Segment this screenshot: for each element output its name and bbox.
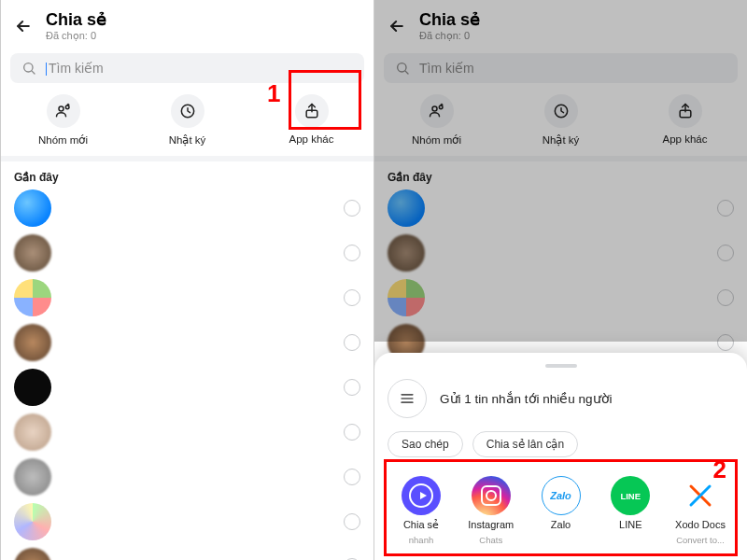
annotation-box-1	[289, 70, 361, 130]
multi-send-label: Gửi 1 tin nhắn tới nhiều người	[440, 391, 613, 406]
back-icon[interactable]	[14, 17, 33, 35]
action-label: Nhóm mới	[412, 133, 461, 147]
search-input[interactable]: Tìm kiếm	[384, 53, 738, 83]
action-label: Nhóm mới	[38, 133, 88, 147]
chip-row: Sao chép Chia sẻ lân cận	[388, 431, 734, 457]
radio[interactable]	[717, 245, 734, 261]
page-title: Chia sẻ	[419, 9, 480, 30]
radio[interactable]	[344, 513, 360, 530]
chip-copy[interactable]: Sao chép	[388, 431, 463, 457]
clock-icon	[171, 94, 204, 128]
radio[interactable]	[344, 424, 360, 441]
chip-nearby[interactable]: Chia sẻ lân cận	[472, 431, 578, 457]
list-item[interactable]	[14, 503, 360, 540]
action-new-group[interactable]: Nhóm mới	[374, 94, 499, 147]
search-icon	[21, 61, 36, 76]
avatar	[14, 413, 51, 451]
avatar	[14, 279, 51, 316]
radio[interactable]	[717, 289, 734, 306]
sheet-handle[interactable]	[545, 364, 577, 368]
avatar	[14, 324, 51, 361]
action-label: App khác	[289, 133, 334, 145]
radio[interactable]	[717, 334, 734, 351]
section-recent: Gần đây	[1, 161, 374, 189]
list-item[interactable]	[14, 279, 360, 316]
list-item[interactable]	[14, 234, 360, 272]
radio[interactable]	[344, 469, 360, 485]
avatar	[388, 234, 425, 272]
svg-point-1	[59, 106, 63, 111]
list-item[interactable]	[388, 234, 734, 272]
list-icon	[388, 379, 427, 418]
left-screenshot: Chia sẻ Đã chọn: 0 Tìm kiếm Nhóm mới Nhậ…	[0, 0, 374, 560]
avatar	[14, 189, 51, 227]
list-item[interactable]	[14, 189, 360, 227]
action-new-group[interactable]: Nhóm mới	[1, 94, 125, 147]
section-recent: Gần đây	[374, 161, 747, 189]
list-item[interactable]	[14, 324, 360, 361]
group-add-icon	[47, 94, 80, 128]
action-diary[interactable]: Nhật ký	[499, 94, 623, 147]
selected-count: Đã chọn: 0	[419, 30, 480, 42]
svg-point-6	[432, 106, 437, 111]
avatar	[14, 234, 51, 272]
page-title: Chia sẻ	[46, 9, 106, 30]
search-placeholder: Tìm kiếm	[419, 61, 726, 76]
action-label: Nhật ký	[543, 133, 580, 147]
radio[interactable]	[344, 334, 360, 351]
avatar	[388, 189, 425, 227]
action-label: Nhật ký	[169, 133, 206, 147]
multi-send-row[interactable]: Gửi 1 tin nhắn tới nhiều người	[388, 379, 734, 418]
svg-point-5	[398, 63, 406, 72]
radio[interactable]	[344, 200, 360, 217]
avatar	[14, 458, 51, 496]
action-diary[interactable]: Nhật ký	[125, 94, 249, 147]
header: Chia sẻ Đã chọn: 0	[374, 0, 747, 48]
actions-row: Nhóm mới Nhật ký App khác	[374, 89, 747, 161]
share-up-icon	[669, 94, 702, 128]
list-item[interactable]	[14, 548, 360, 560]
radio[interactable]	[344, 379, 360, 396]
annotation-box-2	[384, 459, 738, 556]
list-item[interactable]	[388, 279, 734, 316]
selected-count: Đã chọn: 0	[46, 30, 106, 42]
list-item[interactable]	[14, 458, 360, 496]
action-label: App khác	[663, 133, 708, 145]
recent-list	[1, 189, 374, 560]
avatar	[388, 279, 425, 316]
header: Chia sẻ Đã chọn: 0	[1, 0, 374, 48]
list-item[interactable]	[14, 369, 360, 406]
list-item[interactable]	[14, 413, 360, 451]
avatar	[14, 503, 51, 540]
clock-icon	[544, 94, 578, 128]
back-icon[interactable]	[388, 17, 406, 35]
group-add-icon	[420, 94, 454, 128]
action-other-app[interactable]: App khác	[623, 94, 747, 147]
avatar	[14, 369, 51, 406]
annotation-step-1: 1	[267, 79, 280, 108]
radio[interactable]	[344, 245, 360, 261]
avatar	[14, 548, 51, 560]
recent-list	[374, 189, 747, 361]
radio[interactable]	[344, 289, 360, 306]
svg-point-0	[24, 63, 33, 72]
search-icon	[395, 61, 410, 76]
list-item[interactable]	[388, 189, 734, 227]
right-screenshot: Chia sẻ Đã chọn: 0 Tìm kiếm Nhóm mới Nhậ…	[374, 0, 747, 560]
radio[interactable]	[717, 200, 734, 217]
